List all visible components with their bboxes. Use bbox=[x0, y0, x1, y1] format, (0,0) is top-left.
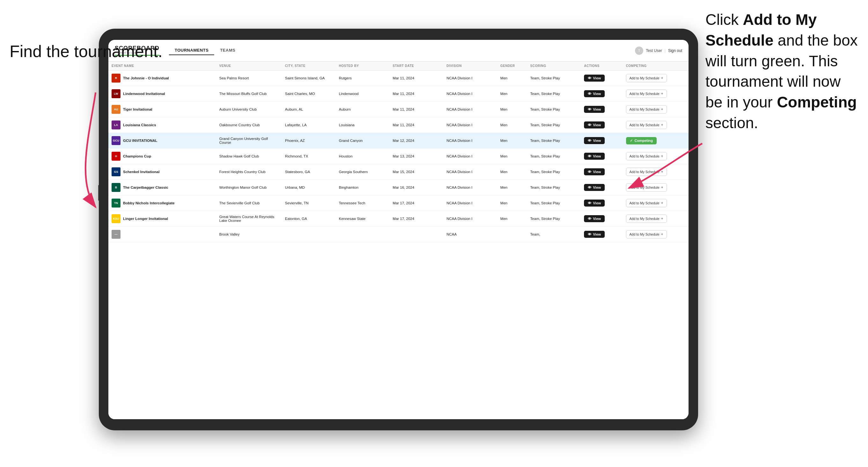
eye-icon: 👁 bbox=[588, 170, 591, 174]
nav-tab-teams[interactable]: TEAMS bbox=[214, 46, 241, 55]
hosted-cell: Rutgers bbox=[336, 70, 390, 86]
plus-icon: + bbox=[661, 216, 663, 221]
table-row: — Brook ValleyNCAATeam,👁 ViewAdd to My S… bbox=[108, 227, 688, 242]
view-button[interactable]: 👁 View bbox=[584, 168, 605, 175]
table-row: GS Schenkel Invitational Forest Heights … bbox=[108, 164, 688, 180]
gender-cell bbox=[497, 227, 527, 242]
competing-cell: Add to My Schedule + bbox=[623, 227, 688, 242]
plus-icon: + bbox=[661, 185, 663, 190]
table-row: KSU Linger Longer Invitational Great Wat… bbox=[108, 211, 688, 227]
division-cell: NCAA Division I bbox=[443, 211, 497, 227]
hosted-cell: Auburn bbox=[336, 102, 390, 117]
event-cell: H Champions Cup bbox=[112, 152, 213, 161]
actions-cell: 👁 View bbox=[581, 195, 623, 211]
city-cell: Saint Simons Island, GA bbox=[282, 70, 336, 86]
date-cell: Mar 17, 2024 bbox=[390, 211, 443, 227]
event-name: Louisiana Classics bbox=[123, 123, 156, 127]
venue-cell: The Missouri Bluffs Golf Club bbox=[216, 86, 282, 102]
date-cell: Mar 11, 2024 bbox=[390, 102, 443, 117]
actions-cell: 👁 View bbox=[581, 86, 623, 102]
add-to-schedule-button[interactable]: Add to My Schedule + bbox=[626, 230, 667, 239]
competing-cell: Add to My Schedule + bbox=[623, 164, 688, 180]
view-button[interactable]: 👁 View bbox=[584, 231, 605, 238]
scoring-cell: Team, Stroke Play bbox=[527, 149, 581, 164]
plus-icon: + bbox=[661, 201, 663, 205]
user-divider: | bbox=[664, 49, 665, 53]
competing-cell: Add to My Schedule + bbox=[623, 70, 688, 86]
eye-icon: 👁 bbox=[588, 232, 591, 236]
table-row: LW Lindenwood Invitational The Missouri … bbox=[108, 86, 688, 102]
actions-cell: 👁 View bbox=[581, 149, 623, 164]
table-row: AU Tiger Invitational Auburn University … bbox=[108, 102, 688, 117]
view-button[interactable]: 👁 View bbox=[584, 199, 605, 207]
add-to-schedule-button[interactable]: Add to My Schedule + bbox=[626, 215, 667, 223]
city-cell: Auburn, AL bbox=[282, 102, 336, 117]
event-cell: B The Carpetbagger Classic bbox=[112, 183, 213, 192]
division-cell: NCAA Division I bbox=[443, 180, 497, 195]
venue-cell: Grand Canyon University Golf Course bbox=[216, 133, 282, 149]
col-header-gender: GENDER bbox=[497, 62, 527, 70]
gender-cell: Men bbox=[497, 211, 527, 227]
plus-icon: + bbox=[661, 154, 663, 158]
gender-cell: Men bbox=[497, 86, 527, 102]
gender-cell: Men bbox=[497, 149, 527, 164]
gender-cell: Men bbox=[497, 195, 527, 211]
team-logo: LW bbox=[112, 89, 121, 98]
user-label: Test User bbox=[646, 49, 662, 53]
scoring-cell: Team, Stroke Play bbox=[527, 164, 581, 180]
nav-tabs: TOURNAMENTS TEAMS bbox=[169, 46, 241, 55]
view-button[interactable]: 👁 View bbox=[584, 153, 605, 160]
division-cell: NCAA Division I bbox=[443, 117, 497, 133]
add-to-schedule-button[interactable]: Add to My Schedule + bbox=[626, 121, 667, 129]
table-row: R The Johnnie - O Individual Sea Palms R… bbox=[108, 70, 688, 86]
scoring-cell: Team, Stroke Play bbox=[527, 195, 581, 211]
add-to-schedule-button[interactable]: Add to My Schedule + bbox=[626, 199, 667, 207]
view-button[interactable]: 👁 View bbox=[584, 121, 605, 128]
venue-cell: Oakbourne Country Club bbox=[216, 117, 282, 133]
competing-cell: Add to My Schedule + bbox=[623, 117, 688, 133]
hosted-cell bbox=[336, 227, 390, 242]
col-header-event: EVENT NAME bbox=[108, 62, 216, 70]
add-to-schedule-button[interactable]: Add to My Schedule + bbox=[626, 183, 667, 192]
eye-icon: 👁 bbox=[588, 201, 591, 205]
date-cell: Mar 15, 2024 bbox=[390, 164, 443, 180]
event-name: Schenkel Invitational bbox=[123, 170, 159, 174]
eye-icon: 👁 bbox=[588, 154, 591, 158]
scoring-cell: Team, Stroke Play bbox=[527, 102, 581, 117]
city-cell: Lafayette, LA bbox=[282, 117, 336, 133]
col-header-venue: VENUE bbox=[216, 62, 282, 70]
city-cell: Urbana, MD bbox=[282, 180, 336, 195]
add-to-schedule-button[interactable]: Add to My Schedule + bbox=[626, 168, 667, 176]
nav-tab-tournaments[interactable]: TOURNAMENTS bbox=[169, 46, 214, 55]
division-cell: NCAA bbox=[443, 227, 497, 242]
eye-icon: 👁 bbox=[588, 123, 591, 127]
competing-cell: ✓ Competing bbox=[623, 133, 688, 149]
add-to-schedule-button[interactable]: Add to My Schedule + bbox=[626, 74, 667, 82]
add-to-schedule-button[interactable]: Add to My Schedule + bbox=[626, 105, 667, 114]
table-row: B The Carpetbagger Classic Worthington M… bbox=[108, 180, 688, 195]
event-cell: LW Lindenwood Invitational bbox=[112, 89, 213, 98]
col-header-city: CITY, STATE bbox=[282, 62, 336, 70]
competing-cell: Add to My Schedule + bbox=[623, 102, 688, 117]
col-header-actions: ACTIONS bbox=[581, 62, 623, 70]
annotation-bold-add: Add to My Schedule bbox=[706, 11, 817, 49]
event-name: The Carpetbagger Classic bbox=[123, 186, 168, 189]
view-button[interactable]: 👁 View bbox=[584, 184, 605, 191]
eye-icon: 👁 bbox=[588, 139, 591, 143]
signout-link[interactable]: Sign out bbox=[668, 49, 682, 53]
gender-cell: Men bbox=[497, 102, 527, 117]
view-button[interactable]: 👁 View bbox=[584, 106, 605, 113]
view-button[interactable]: 👁 View bbox=[584, 137, 605, 144]
add-to-schedule-button[interactable]: Add to My Schedule + bbox=[626, 90, 667, 98]
view-button[interactable]: 👁 View bbox=[584, 90, 605, 97]
add-to-schedule-button[interactable]: Add to My Schedule + bbox=[626, 152, 667, 160]
city-cell: Phoenix, AZ bbox=[282, 133, 336, 149]
table-row: TN Bobby Nichols Intercollegiate The Sev… bbox=[108, 195, 688, 211]
actions-cell: 👁 View bbox=[581, 164, 623, 180]
table-row: H Champions Cup Shadow Hawk Golf ClubRic… bbox=[108, 149, 688, 164]
view-button[interactable]: 👁 View bbox=[584, 74, 605, 82]
user-area: T Test User | Sign out bbox=[635, 46, 682, 55]
competing-button[interactable]: ✓ Competing bbox=[626, 137, 657, 145]
eye-icon: 👁 bbox=[588, 186, 591, 189]
view-button[interactable]: 👁 View bbox=[584, 215, 605, 222]
